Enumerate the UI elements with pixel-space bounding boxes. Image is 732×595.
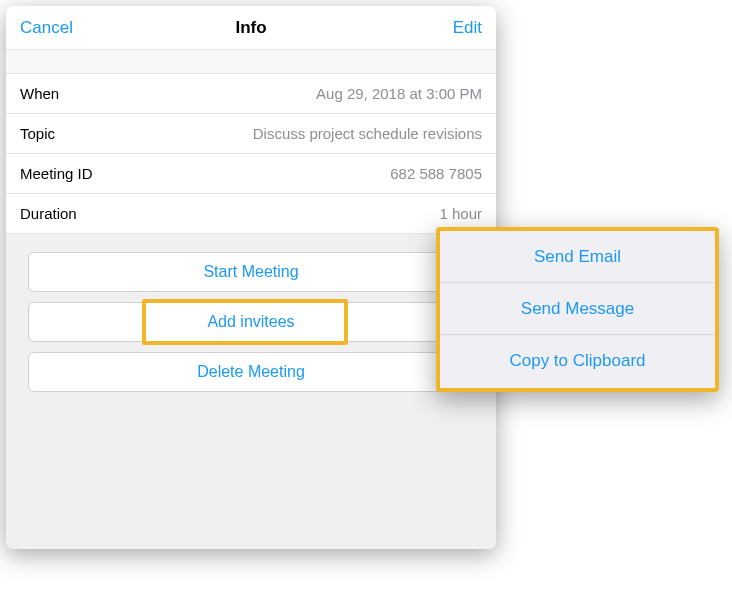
row-when: When Aug 29, 2018 at 3:00 PM <box>6 74 496 114</box>
add-invitees-wrap: Add invitees <box>28 302 474 342</box>
meetingid-label: Meeting ID <box>20 165 93 182</box>
section-spacer <box>6 50 496 74</box>
topic-label: Topic <box>20 125 55 142</box>
row-topic: Topic Discuss project schedule revisions <box>6 114 496 154</box>
row-meeting-id: Meeting ID 682 588 7805 <box>6 154 496 194</box>
cancel-button[interactable]: Cancel <box>20 6 73 50</box>
start-meeting-button[interactable]: Start Meeting <box>28 252 474 292</box>
add-invitees-button[interactable]: Add invitees <box>28 302 474 342</box>
delete-meeting-button[interactable]: Delete Meeting <box>28 352 474 392</box>
send-message-option[interactable]: Send Message <box>440 283 715 335</box>
navbar: Cancel Info Edit <box>6 6 496 50</box>
invite-options-popover: Send Email Send Message Copy to Clipboar… <box>436 227 719 392</box>
actions-section: Start Meeting Add invitees Delete Meetin… <box>6 234 496 549</box>
meetingid-value: 682 588 7805 <box>390 165 482 182</box>
duration-label: Duration <box>20 205 77 222</box>
copy-clipboard-option[interactable]: Copy to Clipboard <box>440 335 715 387</box>
page-title: Info <box>6 6 496 50</box>
row-duration: Duration 1 hour <box>6 194 496 234</box>
when-label: When <box>20 85 59 102</box>
when-value: Aug 29, 2018 at 3:00 PM <box>316 85 482 102</box>
topic-value: Discuss project schedule revisions <box>253 125 482 142</box>
edit-button[interactable]: Edit <box>453 6 482 50</box>
meeting-info-modal: Cancel Info Edit When Aug 29, 2018 at 3:… <box>6 6 496 549</box>
duration-value: 1 hour <box>439 205 482 222</box>
send-email-option[interactable]: Send Email <box>440 231 715 283</box>
